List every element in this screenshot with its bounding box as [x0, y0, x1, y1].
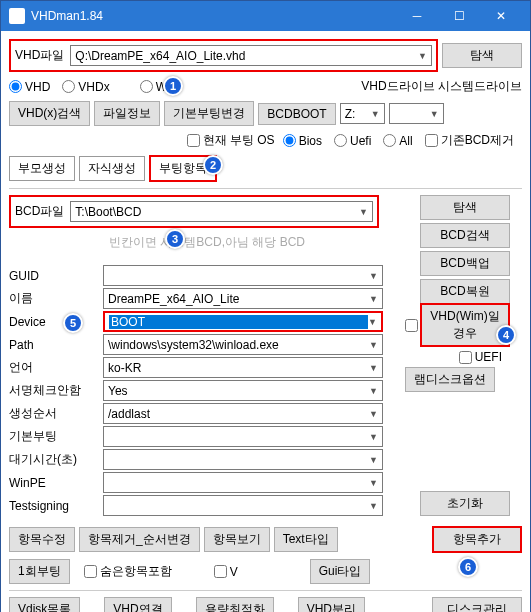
current-os-check[interactable]: 현재 부팅 OS	[187, 132, 275, 149]
vhd-wim-check[interactable]	[405, 319, 418, 332]
remove-order-button[interactable]: 항목제거_순서변경	[79, 527, 200, 552]
radio-vhd[interactable]: VHD	[9, 80, 50, 94]
lang-label: 언어	[9, 359, 97, 376]
capacity-opt-button[interactable]: 용량최적화	[196, 597, 274, 612]
radio-all[interactable]: All	[383, 134, 412, 148]
basic-boot-label: 기본부팅	[9, 428, 97, 445]
sigcheck-combo[interactable]: Yes▼	[103, 380, 383, 401]
tab-child[interactable]: 자식생성	[79, 156, 145, 181]
bcdboot-button[interactable]: BCDBOOT	[258, 103, 335, 125]
maximize-button[interactable]: ☐	[438, 1, 480, 31]
lang-combo[interactable]: ko-KR▼	[103, 357, 383, 378]
chevron-down-icon: ▼	[369, 409, 378, 419]
ramdisk-button[interactable]: 램디스크옵션	[405, 367, 495, 392]
view-item-button[interactable]: 항목보기	[204, 527, 270, 552]
annotation-2: 2	[203, 155, 223, 175]
winpe-label: WinPE	[9, 476, 97, 490]
vhdfile-value: Q:\DreamPE_x64_AIO_Lite.vhd	[75, 49, 418, 63]
annotation-4: 4	[496, 325, 516, 345]
chevron-down-icon: ▼	[369, 363, 378, 373]
chevron-down-icon: ▼	[369, 478, 378, 488]
minimize-button[interactable]: ─	[396, 1, 438, 31]
chevron-down-icon: ▼	[430, 109, 439, 119]
existing-bcd-check[interactable]: 기존BCD제거	[425, 132, 514, 149]
chevron-down-icon: ▼	[369, 432, 378, 442]
radio-bios[interactable]: Bios	[283, 134, 322, 148]
vhd-search-button[interactable]: VHD(x)검색	[9, 101, 90, 126]
drive-z-combo[interactable]: Z:▼	[340, 103, 385, 124]
hidden-include-check[interactable]: 숨은항목포함	[84, 563, 172, 580]
vhd-split-button[interactable]: VHD분리	[298, 597, 365, 612]
window-title: VHDman1.84	[31, 9, 396, 23]
device-label: Device 5	[9, 315, 97, 329]
chevron-down-icon: ▼	[369, 501, 378, 511]
v-check[interactable]: V	[214, 565, 238, 579]
text-type-button[interactable]: Text타입	[274, 527, 338, 552]
chevron-down-icon: ▼	[369, 455, 378, 465]
annotation-3: 3	[165, 229, 185, 249]
vhd-wim-button[interactable]: VHD(Wim)일 경우	[420, 303, 510, 347]
chevron-down-icon: ▼	[369, 340, 378, 350]
file-info-button[interactable]: 파일정보	[94, 101, 160, 126]
annotation-1: 1	[163, 76, 183, 96]
chevron-down-icon: ▼	[359, 207, 368, 217]
close-button[interactable]: ✕	[480, 1, 522, 31]
path-combo[interactable]: \windows\system32\winload.exe▼	[103, 334, 383, 355]
init-button[interactable]: 초기화	[420, 491, 510, 516]
basic-boot-change-button[interactable]: 기본부팅변경	[164, 101, 254, 126]
chevron-down-icon: ▼	[418, 51, 427, 61]
vhdfile-label: VHD파일	[15, 47, 64, 64]
vdisk-list-button[interactable]: Vdisk목록	[9, 597, 80, 612]
browse-vhd-button[interactable]: 탐색	[442, 43, 522, 68]
order-combo[interactable]: /addlast▼	[103, 403, 383, 424]
bcdfile-combo[interactable]: T:\Boot\BCD ▼	[70, 201, 373, 222]
sigcheck-label: 서명체크안함	[9, 382, 97, 399]
order-label: 생성순서	[9, 405, 97, 422]
device-combo[interactable]: BOOT▼	[103, 311, 383, 332]
gui-type-button[interactable]: Gui타입	[310, 559, 371, 584]
testsigning-combo[interactable]: ▼	[103, 495, 383, 516]
disk-mgmt-button[interactable]: 디스크관리	[432, 597, 522, 612]
chevron-down-icon: ▼	[371, 109, 380, 119]
testsigning-label: Testsigning	[9, 499, 97, 513]
wait-combo[interactable]: ▼	[103, 449, 383, 470]
bcdfile-label: BCD파일	[15, 203, 64, 220]
basic-boot-combo[interactable]: ▼	[103, 426, 383, 447]
chevron-down-icon: ▼	[369, 386, 378, 396]
one-boot-button[interactable]: 1회부팅	[9, 559, 70, 584]
uefi-check[interactable]: UEFI	[405, 350, 502, 364]
tab-parent[interactable]: 부모생성	[9, 156, 75, 181]
vhd-connect-button[interactable]: VHD연결	[104, 597, 171, 612]
drive-label: VHD드라이브 시스템드라이브	[361, 78, 522, 95]
edit-item-button[interactable]: 항목수정	[9, 527, 75, 552]
chevron-down-icon: ▼	[368, 317, 377, 327]
name-combo[interactable]: DreamPE_x64_AIO_Lite▼	[103, 288, 383, 309]
annotation-5: 5	[63, 313, 83, 333]
system-drive-combo[interactable]: ▼	[389, 103, 444, 124]
radio-vhdx[interactable]: VHDx	[62, 80, 109, 94]
wait-label: 대기시간(초)	[9, 451, 97, 468]
name-label: 이름	[9, 290, 97, 307]
vhdfile-combo[interactable]: Q:\DreamPE_x64_AIO_Lite.vhd ▼	[70, 45, 432, 66]
radio-uefi[interactable]: Uefi	[334, 134, 371, 148]
add-item-button[interactable]: 항목추가	[432, 526, 522, 553]
guid-combo[interactable]: ▼	[103, 265, 383, 286]
chevron-down-icon: ▼	[369, 271, 378, 281]
path-label: Path	[9, 338, 97, 352]
app-icon	[9, 8, 25, 24]
winpe-combo[interactable]: ▼	[103, 472, 383, 493]
chevron-down-icon: ▼	[369, 294, 378, 304]
titlebar: VHDman1.84 ─ ☐ ✕	[1, 1, 530, 31]
guid-label: GUID	[9, 269, 97, 283]
annotation-6: 6	[458, 557, 478, 577]
